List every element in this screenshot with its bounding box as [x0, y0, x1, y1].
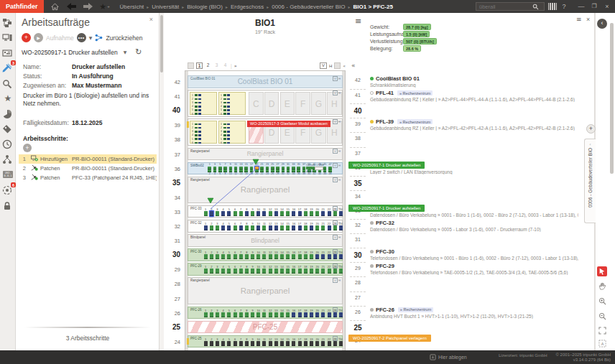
- port-20[interactable]: [315, 269, 319, 274]
- row-view-buttons[interactable]: V H: [333, 178, 341, 182]
- detail-item-name[interactable]: PFC-30: [370, 248, 394, 255]
- rack-row-pfc-26[interactable]: PFC-261234567891011121314151617181920212…: [188, 307, 343, 319]
- zoom-out-tool-button[interactable]: [597, 311, 607, 321]
- workorder-select[interactable]: WO-20250917-1 Drucker aufstellen ▼ ↻: [22, 47, 154, 57]
- breadcrumb-item[interactable]: Universität: [152, 4, 179, 10]
- port-14[interactable]: [280, 254, 284, 259]
- port-14[interactable]: [280, 269, 284, 274]
- detail-scrollbar[interactable]: [610, 23, 614, 174]
- zoom-in-tool-button[interactable]: [597, 296, 607, 306]
- port-8[interactable]: [245, 312, 249, 317]
- detail-item-name[interactable]: PFC-29: [370, 263, 394, 269]
- barcode-scan-icon[interactable]: [548, 3, 557, 10]
- port-14[interactable]: [280, 312, 284, 317]
- breadcrumb-item[interactable]: Biologie (BIO): [187, 4, 223, 10]
- port-16[interactable]: [292, 254, 295, 259]
- rack-row-fiber[interactable]: 123456123456CDEFGHV H: [188, 90, 343, 117]
- port-12[interactable]: [269, 254, 272, 259]
- row-view-buttons[interactable]: V H: [333, 207, 341, 210]
- workorders-icon[interactable]: 3: [2, 63, 14, 75]
- row-view-buttons[interactable]: V H: [333, 221, 341, 225]
- port-9[interactable]: [251, 211, 254, 216]
- port-10[interactable]: [256, 312, 260, 317]
- row-view-buttons[interactable]: V H: [333, 235, 341, 239]
- withdraw-label[interactable]: Zurückziehen: [106, 34, 142, 42]
- maximize-button[interactable]: ❐: [589, 0, 599, 13]
- port-9[interactable]: [251, 254, 254, 259]
- port-23[interactable]: [333, 225, 337, 230]
- pager-next-icon[interactable]: »: [234, 63, 237, 69]
- port-20[interactable]: [315, 225, 319, 230]
- collapse-icon[interactable]: «: [351, 62, 356, 69]
- port-18[interactable]: [304, 312, 308, 317]
- close-button[interactable]: ×: [602, 0, 612, 13]
- port-16[interactable]: [292, 269, 295, 274]
- port-1[interactable]: [204, 341, 208, 346]
- port-7[interactable]: [239, 341, 243, 346]
- port-19[interactable]: [310, 254, 313, 259]
- rack-row-pfc-25[interactable]: PFC-25: [188, 321, 343, 334]
- home-icon[interactable]: [50, 2, 60, 11]
- rack-row-rangierpanel[interactable]: RangierpanelRangierpanelV H: [188, 277, 343, 304]
- port-7[interactable]: [239, 312, 243, 317]
- port-15[interactable]: [286, 312, 290, 317]
- pager-page-1[interactable]: 1: [196, 62, 203, 69]
- port-23[interactable]: [333, 312, 337, 317]
- port-12[interactable]: [269, 225, 272, 230]
- view-horizontal-button[interactable]: H: [329, 64, 332, 68]
- port-21[interactable]: [321, 225, 325, 230]
- port-4[interactable]: [221, 254, 225, 259]
- port-1[interactable]: [204, 312, 208, 317]
- port-21[interactable]: [321, 254, 325, 259]
- add-step-button[interactable]: +: [23, 144, 32, 152]
- port-16[interactable]: [292, 211, 295, 216]
- port-2[interactable]: [210, 211, 213, 216]
- location-tab[interactable]: ‹ 0006 - Gebäudeverteiler BIO: [584, 139, 596, 223]
- port-21[interactable]: [321, 341, 325, 346]
- detail-item-name[interactable]: PFL-39» Rechenzentrum: [370, 118, 433, 125]
- port-1[interactable]: [204, 254, 208, 259]
- port-3[interactable]: [216, 254, 219, 259]
- port-17[interactable]: [298, 341, 302, 346]
- help-button[interactable]: ?: [559, 0, 569, 13]
- port-2[interactable]: [210, 254, 213, 259]
- port-11[interactable]: [262, 269, 266, 274]
- row-view-buttons[interactable]: V H: [333, 91, 341, 95]
- port-22[interactable]: [328, 312, 331, 317]
- panel-close-icon[interactable]: ×: [149, 16, 153, 23]
- workorder-banner[interactable]: WO-20250917-1 Drucker aufstellen: [348, 205, 425, 212]
- pan-tool-button[interactable]: [597, 281, 607, 291]
- port-16[interactable]: [292, 312, 295, 317]
- port-9[interactable]: [251, 225, 254, 230]
- rack-row-pfc-25[interactable]: PFC-251234567891011121314151617181920212…: [188, 335, 343, 348]
- rack-row-pfc-33[interactable]: PFC-331234567891011121314151617181920212…: [188, 205, 343, 218]
- fiber-slot-d[interactable]: D: [264, 92, 279, 115]
- port-13[interactable]: [274, 254, 278, 259]
- port-9[interactable]: [251, 312, 254, 317]
- port-3[interactable]: [216, 211, 219, 216]
- port-23[interactable]: [333, 341, 337, 346]
- port-2[interactable]: [210, 341, 213, 346]
- fiber-module[interactable]: 123456: [190, 121, 217, 144]
- port-3[interactable]: [216, 225, 219, 230]
- port-21[interactable]: [321, 211, 325, 216]
- add-favorite-icon[interactable]: ★+: [100, 2, 110, 11]
- more-actions-button[interactable]: •••: [77, 33, 86, 42]
- port-18[interactable]: [304, 211, 308, 216]
- port-12[interactable]: [269, 312, 272, 317]
- search-input[interactable]: [476, 4, 532, 10]
- topology-icon[interactable]: [2, 18, 14, 29]
- port-6[interactable]: [233, 211, 237, 216]
- port-24[interactable]: [339, 269, 343, 274]
- port-7[interactable]: [239, 269, 243, 274]
- port-2[interactable]: [210, 225, 213, 230]
- port-23[interactable]: [333, 269, 337, 274]
- port-4[interactable]: [221, 211, 225, 216]
- port-13[interactable]: [274, 312, 278, 317]
- port-8[interactable]: [245, 269, 249, 274]
- row-view-buttons[interactable]: V H: [333, 120, 341, 123]
- port-10[interactable]: [256, 341, 260, 346]
- port-9[interactable]: [251, 269, 254, 274]
- port-10[interactable]: [256, 254, 260, 259]
- port-11[interactable]: [262, 341, 266, 346]
